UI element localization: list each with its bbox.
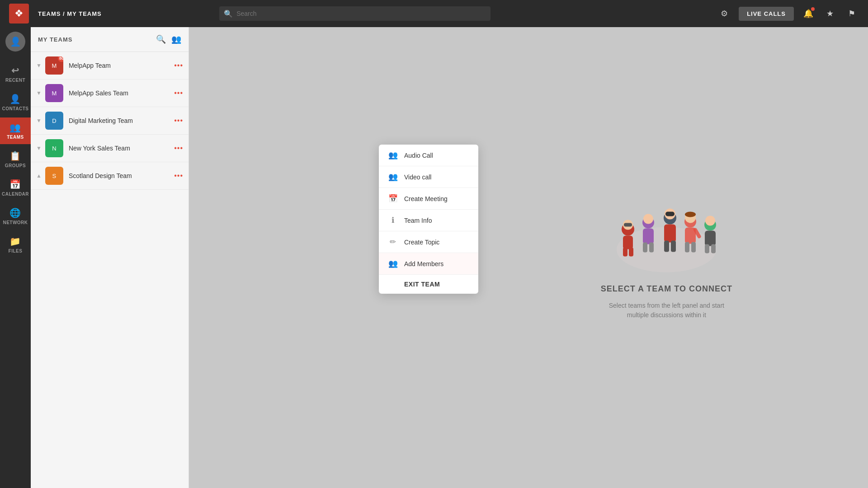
team-chevron-melp-sales[interactable]: ▼ (36, 90, 42, 96)
menu-create-meeting-label: Create Meeting (404, 195, 448, 202)
svg-point-28 (705, 216, 715, 226)
logo-icon: ❖ (14, 8, 24, 19)
svg-rect-14 (664, 241, 669, 252)
svg-rect-8 (643, 229, 654, 244)
teams-panel: MY TEAMS 🔍 👥 ▼ M 80 MelpApp Team ••• ▼ M… (31, 27, 189, 488)
sidebar-item-teams-label: TEAMS (7, 135, 24, 140)
notification-badge (811, 7, 815, 11)
team-illustration (603, 196, 730, 277)
svg-rect-21 (691, 242, 696, 253)
star-icon: ★ (826, 9, 834, 19)
sidebar-item-teams[interactable]: 👥 TEAMS (0, 117, 31, 144)
team-more-scotland[interactable]: ••• (174, 172, 183, 180)
svg-rect-25 (705, 231, 716, 246)
menu-team-info-label: Team Info (404, 217, 432, 224)
svg-rect-26 (705, 244, 709, 253)
sidebar-item-network-label: NETWORK (3, 220, 28, 225)
teams-search-button[interactable]: 🔍 (156, 34, 166, 44)
recent-icon: ↩ (11, 65, 19, 76)
team-item-melp-sales: ▼ M MelpApp Sales Team ••• (31, 80, 189, 107)
svg-point-23 (685, 212, 696, 217)
flag-icon: ⚑ (848, 9, 855, 19)
menu-create-topic-label: Create Topic (404, 239, 439, 246)
team-chevron-digital[interactable]: ▼ (36, 117, 42, 124)
flag-button[interactable]: ⚑ (844, 6, 859, 21)
team-item-melp: ▼ M 80 MelpApp Team ••• (31, 52, 189, 80)
add-members-icon: 👥 (388, 259, 398, 268)
svg-rect-4 (629, 248, 633, 257)
team-item-ny: ▼ N New York Sales Team ••• (31, 135, 189, 162)
team-chevron-ny[interactable]: ▼ (36, 145, 42, 151)
team-avatar-melp: M 80 (45, 56, 63, 75)
menu-video-call[interactable]: 👥 Video call (379, 166, 478, 188)
menu-add-members[interactable]: 👥 Add Members (379, 253, 478, 275)
app-logo: ❖ (9, 4, 29, 23)
team-chevron-scotland[interactable]: ▲ (36, 173, 42, 179)
settings-button[interactable]: ⚙ (717, 6, 731, 21)
add-team-button[interactable]: 👥 (171, 34, 181, 44)
sidebar-item-files[interactable]: 📁 FILES (0, 231, 31, 258)
svg-rect-10 (649, 243, 654, 253)
main-content: 👥 Audio Call 👥 Video call 📅 Create Meeti… (189, 27, 868, 488)
team-avatar-ny: N (45, 139, 63, 157)
menu-exit-team-label: EXIT TEAM (404, 281, 440, 288)
team-more-ny[interactable]: ••• (174, 144, 183, 152)
team-name-digital[interactable]: Digital Marketing Team (69, 117, 174, 124)
create-meeting-icon: 📅 (388, 194, 398, 203)
menu-audio-call-label: Audio Call (404, 152, 433, 159)
teams-panel-header: MY TEAMS 🔍 👥 (31, 27, 189, 52)
groups-icon: 📋 (9, 150, 21, 161)
search-container: 🔍 (219, 6, 491, 21)
team-item-digital: ▼ D Digital Marketing Team ••• (31, 107, 189, 135)
team-chevron-melp[interactable]: ▼ (36, 62, 42, 69)
team-name-ny[interactable]: New York Sales Team (69, 145, 174, 152)
select-team-desc: Select teams from the left panel and sta… (603, 301, 730, 320)
main-layout: 👤 ↩ RECENT 👤 CONTACTS 👥 TEAMS 📋 GROUPS 📅… (0, 27, 868, 488)
team-badge-melp: 80 (58, 56, 63, 62)
sidebar-item-groups[interactable]: 📋 GROUPS (0, 146, 31, 173)
team-more-melp-sales[interactable]: ••• (174, 89, 183, 97)
team-more-digital[interactable]: ••• (174, 117, 183, 125)
team-name-scotland[interactable]: Scotland Design Team (69, 172, 174, 179)
calendar-icon: 📅 (9, 179, 21, 190)
svg-rect-15 (671, 241, 676, 252)
menu-video-call-label: Video call (404, 174, 431, 181)
menu-exit-team[interactable]: EXIT TEAM (379, 275, 478, 294)
search-input[interactable] (219, 6, 491, 21)
team-avatar-scotland: S (45, 167, 63, 185)
create-topic-icon: ✏ (388, 237, 398, 247)
menu-team-info[interactable]: ℹ Team Info (379, 210, 478, 231)
sidebar-item-calendar[interactable]: 📅 CALENDAR (0, 174, 31, 201)
breadcrumb-active: MY TEAMS (67, 10, 101, 17)
team-name-melp-sales[interactable]: MelpApp Sales Team (69, 89, 174, 97)
svg-rect-27 (711, 244, 716, 253)
settings-icon: ⚙ (721, 9, 728, 19)
menu-audio-call[interactable]: 👥 Audio Call (379, 145, 478, 166)
team-avatar-img-melp: M (52, 62, 57, 69)
team-avatar-digital: D (45, 112, 63, 130)
svg-rect-9 (643, 243, 647, 253)
sidebar-item-contacts[interactable]: 👤 CONTACTS (0, 89, 31, 116)
svg-rect-6 (624, 223, 632, 227)
menu-create-meeting[interactable]: 📅 Create Meeting (379, 188, 478, 210)
menu-create-topic[interactable]: ✏ Create Topic (379, 231, 478, 253)
context-menu: 👥 Audio Call 👥 Video call 📅 Create Meeti… (379, 145, 478, 294)
breadcrumb-prefix: TEAMS / (38, 10, 67, 17)
team-more-melp[interactable]: ••• (174, 61, 183, 70)
teams-icon: 👥 (9, 122, 21, 133)
sidebar-item-network[interactable]: 🌐 NETWORK (0, 203, 31, 230)
topbar: ❖ TEAMS / MY TEAMS 🔍 ⚙ LIVE CALLS 🔔 ★ ⚑ (0, 0, 868, 27)
search-icon: 🔍 (224, 9, 233, 18)
user-avatar[interactable]: 👤 (5, 32, 25, 52)
team-avatar-img-scotland: S (52, 173, 57, 179)
notifications-button[interactable]: 🔔 (801, 6, 816, 21)
sidebar-item-recent[interactable]: ↩ RECENT (0, 61, 31, 87)
sidebar-item-groups-label: GROUPS (5, 163, 26, 168)
live-calls-button[interactable]: LIVE CALLS (739, 7, 794, 21)
svg-point-11 (643, 214, 653, 224)
team-name-melp[interactable]: MelpApp Team (69, 62, 174, 69)
svg-rect-20 (685, 242, 689, 253)
favorites-button[interactable]: ★ (823, 6, 837, 21)
sidebar-item-contacts-label: CONTACTS (2, 106, 29, 111)
svg-rect-3 (623, 248, 627, 257)
